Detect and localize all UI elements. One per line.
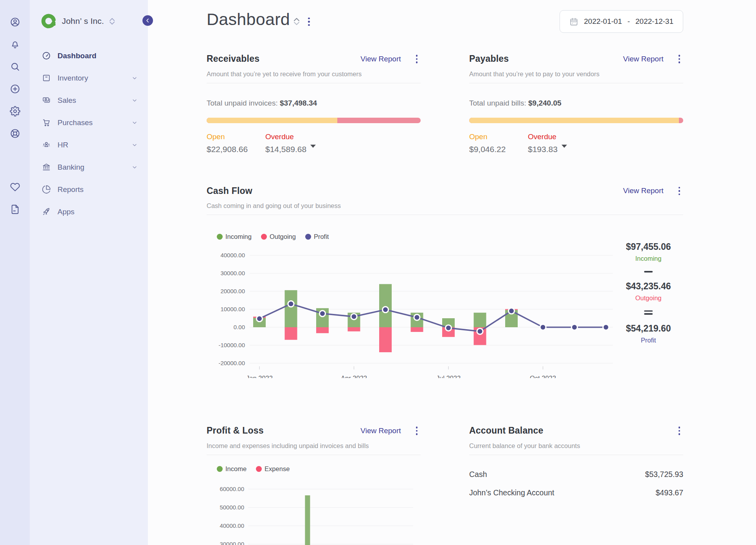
receivables-total: Total unpaid invoices: $37,498.34 xyxy=(207,99,421,108)
payables-open-value: $9,046.22 xyxy=(469,145,528,154)
profit-loss-view-report-link[interactable]: View Report xyxy=(360,427,401,435)
sidebar-item-purchases[interactable]: Purchases xyxy=(30,111,148,134)
legend-dot xyxy=(305,234,311,240)
payables-overdue-dropdown-caret[interactable] xyxy=(562,145,567,148)
calendar-icon xyxy=(569,17,578,26)
sidebar-item-reports[interactable]: Reports xyxy=(30,178,148,201)
receivables-progress-bar xyxy=(207,118,421,123)
account-balance-kebab[interactable] xyxy=(675,424,684,437)
cart-icon xyxy=(41,118,51,127)
legend-expense[interactable]: Expense xyxy=(256,465,290,473)
sidebar-item-label: Inventory xyxy=(58,74,88,82)
top-cards: Receivables View Report Amount that you’… xyxy=(207,52,683,154)
receivables-view-report-link[interactable]: View Report xyxy=(360,55,401,63)
plus-circle-icon[interactable] xyxy=(9,83,20,94)
sidebar-item-inventory[interactable]: Inventory xyxy=(30,67,148,89)
file-icon[interactable] xyxy=(9,204,20,215)
payables-card: Payables View Report Amount that you’re … xyxy=(469,52,683,154)
cash-icon xyxy=(41,96,51,105)
incoming-label: Incoming xyxy=(635,255,662,262)
sidebar-collapse-button[interactable] xyxy=(142,15,153,26)
company-switcher[interactable]: John’ s Inc. xyxy=(30,13,148,29)
receivables-card: Receivables View Report Amount that you’… xyxy=(207,52,421,154)
receivables-open-label: Open xyxy=(207,133,265,141)
date-start: 2022-01-01 xyxy=(584,17,622,26)
balance-row: John’s Checking Account$493.67 xyxy=(469,484,683,502)
life-buoy-icon[interactable] xyxy=(9,128,20,139)
chevron-down-icon xyxy=(131,75,138,81)
svg-text:10000.00: 10000.00 xyxy=(220,306,245,312)
svg-text:-20000.00: -20000.00 xyxy=(218,360,245,366)
heart-icon[interactable] xyxy=(9,181,20,192)
legend-outgoing[interactable]: Outgoing xyxy=(261,233,296,240)
payables-total-value: $9,240.05 xyxy=(528,99,562,107)
svg-text:40000.00: 40000.00 xyxy=(220,522,244,529)
sidebar-item-apps[interactable]: Apps xyxy=(30,201,148,223)
receivables-open-value: $22,908.66 xyxy=(207,145,265,154)
gear-icon[interactable] xyxy=(9,106,20,117)
box-icon xyxy=(41,74,51,83)
chevron-down-icon xyxy=(131,97,138,104)
legend-dot xyxy=(217,466,223,472)
account-balance-card: Account Balance Current balance of your … xyxy=(469,424,683,545)
legend-incoming[interactable]: Incoming xyxy=(217,233,252,240)
cash-flow-view-report-link[interactable]: View Report xyxy=(623,186,663,195)
people-icon xyxy=(41,140,51,150)
account-balance-value: $493.67 xyxy=(656,488,684,497)
receivables-subtitle: Amount that you’re yet to receive from y… xyxy=(207,70,421,78)
account-balance-subtitle: Current balance of your bank accounts xyxy=(469,442,683,450)
receivables-title: Receivables xyxy=(207,54,259,64)
receivables-kebab[interactable] xyxy=(413,52,421,66)
svg-text:Jan 2022: Jan 2022 xyxy=(246,375,273,378)
search-icon[interactable] xyxy=(9,61,20,72)
date-separator: - xyxy=(627,17,630,26)
date-range-picker[interactable]: 2022-01-01 - 2022-12-31 xyxy=(560,10,683,33)
cash-flow-title: Cash Flow xyxy=(207,186,252,196)
company-switch-icon[interactable] xyxy=(110,18,115,25)
dashboard-menu-kebab[interactable] xyxy=(305,15,313,29)
bell-icon[interactable] xyxy=(9,39,20,50)
chevron-down-icon xyxy=(131,120,138,126)
dashboard-switcher-icon[interactable] xyxy=(294,18,299,25)
rocket-icon xyxy=(41,207,51,217)
outgoing-label: Outgoing xyxy=(635,294,662,302)
profit-label: Profit xyxy=(641,337,656,344)
account-balance-rows: Cash$53,725.93John’s Checking Account$49… xyxy=(469,465,683,502)
user-circle-icon[interactable] xyxy=(9,16,20,27)
icon-rail xyxy=(0,0,30,545)
profit-loss-legend: IncomeExpense xyxy=(217,465,421,473)
cash-flow-summary: $97,455.06 Incoming $43,235.46 Outgoing … xyxy=(614,223,683,378)
svg-text:40000.00: 40000.00 xyxy=(220,252,245,258)
svg-text:-10000.00: -10000.00 xyxy=(218,342,245,348)
bank-icon xyxy=(41,163,51,172)
company-logo-icon xyxy=(41,13,56,29)
chevron-down-icon xyxy=(131,142,138,148)
account-balance-value: $53,725.93 xyxy=(645,470,683,479)
sidebar-item-label: Purchases xyxy=(58,118,93,127)
sidebar-item-dashboard[interactable]: Dashboard xyxy=(30,45,148,67)
payables-overdue-label: Overdue xyxy=(528,133,556,141)
receivables-overdue-value: $14,589.68 xyxy=(265,145,306,154)
receivables-overdue-dropdown-caret[interactable] xyxy=(310,145,316,148)
svg-text:0.00: 0.00 xyxy=(234,324,245,330)
legend-income[interactable]: Income xyxy=(217,465,247,473)
profit-loss-kebab[interactable] xyxy=(413,424,421,437)
incoming-total: $97,455.06 xyxy=(626,242,671,252)
payables-kebab[interactable] xyxy=(675,52,684,66)
profit-loss-chart: 60000.0050000.0040000.0030000.00 xyxy=(207,473,421,545)
legend-profit[interactable]: Profit xyxy=(305,233,329,240)
sidebar-item-label: HR xyxy=(58,141,68,149)
receivables-overdue-label: Overdue xyxy=(265,133,294,141)
svg-text:50000.00: 50000.00 xyxy=(220,504,244,511)
payables-overdue-value: $193.83 xyxy=(528,145,558,154)
svg-text:60000.00: 60000.00 xyxy=(220,486,244,492)
sidebar-item-hr[interactable]: HR xyxy=(30,134,148,156)
svg-text:Apr 2022: Apr 2022 xyxy=(341,375,367,378)
svg-text:30000.00: 30000.00 xyxy=(220,541,244,545)
sidebar-item-banking[interactable]: Banking xyxy=(30,156,148,178)
sidebar-item-sales[interactable]: Sales xyxy=(30,89,148,111)
sidebar-nav: DashboardInventorySalesPurchasesHRBankin… xyxy=(30,45,148,223)
payables-view-report-link[interactable]: View Report xyxy=(623,55,663,63)
sidebar-item-label: Banking xyxy=(58,163,85,172)
cash-flow-kebab[interactable] xyxy=(675,185,684,198)
